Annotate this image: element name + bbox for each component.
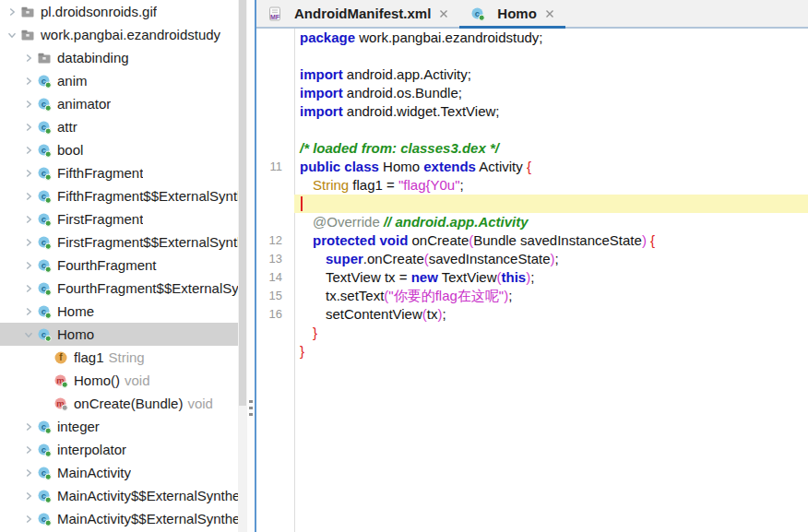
code-line[interactable]: 13super.onCreate(savedInstanceState); <box>256 250 808 268</box>
class-icon: c <box>37 258 52 273</box>
tree-item[interactable]: cFourthFragment$$ExternalSyn <box>0 277 238 300</box>
tree-item-label: integer <box>57 419 100 434</box>
tree-scrollbar[interactable] <box>238 0 247 532</box>
tree-item[interactable]: cinterpolator <box>0 438 238 461</box>
code-text: } <box>294 324 808 342</box>
code-line[interactable]: 11public class Homo extends Activity { <box>256 158 808 176</box>
tree-item-label: MainActivity$$ExternalSynthet <box>57 488 238 503</box>
chevron-right-icon[interactable] <box>20 443 37 456</box>
chevron-right-icon[interactable] <box>20 420 37 433</box>
token-pl: ; <box>530 269 534 285</box>
code-text: String flag1 = "flag{Y0u"; <box>294 176 808 195</box>
tree-item[interactable]: databinding <box>0 46 238 69</box>
tree-item[interactable]: cHome <box>0 300 238 323</box>
chevron-right-icon[interactable] <box>20 513 37 526</box>
close-icon[interactable] <box>545 9 554 18</box>
code-line[interactable]: 12protected void onCreate(Bundle savedIn… <box>256 231 808 250</box>
chevron-right-icon[interactable] <box>20 236 37 249</box>
token-pl: tx <box>427 306 438 322</box>
token-pl: android.os.Bundle; <box>343 85 462 100</box>
tree-item-label: attr <box>57 119 77 135</box>
chevron-right-icon[interactable] <box>20 98 37 111</box>
code-line[interactable]: import android.app.Activity; <box>256 65 808 84</box>
chevron-right-icon[interactable] <box>20 190 37 203</box>
code-area: package work.pangbai.ezandroidstudy;impo… <box>256 29 808 361</box>
tree-item-label: FirstFragment$$ExternalSynth <box>57 234 238 250</box>
tree-item[interactable]: cMainActivity$$ExternalSynthet <box>0 507 238 530</box>
tree-item[interactable]: cFifthFragment$$ExternalSynth <box>0 184 238 207</box>
chevron-right-icon[interactable] <box>20 144 37 157</box>
chevron-right-icon[interactable] <box>20 259 37 272</box>
chevron-right-icon[interactable] <box>4 6 20 18</box>
code-line[interactable]: } <box>256 324 808 342</box>
code-line[interactable]: import android.os.Bundle; <box>256 84 808 102</box>
chevron-right-icon[interactable] <box>20 305 37 318</box>
line-number: 15 <box>256 287 294 305</box>
code-line[interactable]: package work.pangbai.ezandroidstudy; <box>256 29 808 47</box>
chevron-right-icon[interactable] <box>20 121 37 134</box>
tree-item[interactable]: pl.droidsonroids.gif <box>0 0 238 23</box>
chevron-right-icon[interactable] <box>20 167 37 180</box>
chevron-right-icon[interactable] <box>20 467 37 479</box>
chevron-right-icon[interactable] <box>20 282 37 295</box>
tree-item[interactable]: cinteger <box>0 415 238 438</box>
chevron-down-icon[interactable] <box>20 328 37 341</box>
chevron-right-icon[interactable] <box>20 75 37 88</box>
tab-homo[interactable]: c Homo <box>459 0 565 27</box>
code-line[interactable]: 14TextView tx = new TextView(this); <box>256 268 808 287</box>
code-line[interactable] <box>256 47 808 65</box>
tree-item-label: MainActivity <box>57 465 131 480</box>
chevron-right-icon[interactable] <box>20 490 37 502</box>
tree-item[interactable]: canim <box>0 69 238 92</box>
chevron-down-icon[interactable] <box>4 29 20 41</box>
current-code-line[interactable] <box>256 195 808 213</box>
tree-item-label: FourthFragment <box>57 257 157 273</box>
tree-scrollbar-thumb[interactable] <box>239 0 246 406</box>
close-icon[interactable] <box>439 9 448 18</box>
line-number <box>256 324 294 342</box>
token-pl: onCreate <box>408 232 469 248</box>
class-icon: c <box>470 6 485 21</box>
class-icon: c <box>37 97 52 112</box>
tree-item[interactable]: fflag1String <box>0 346 238 369</box>
chevron-right-icon[interactable] <box>20 213 37 226</box>
tab-androidmanifest[interactable]: MF AndroidManifest.xml <box>256 0 459 27</box>
token-cls: String <box>313 177 349 193</box>
text-caret <box>301 196 303 211</box>
code-line[interactable]: 15tx.setText("你要的flag在这呢"); <box>256 287 808 305</box>
package-icon <box>20 5 35 19</box>
tree-item[interactable]: mHomo()void <box>0 369 238 392</box>
class-icon: c <box>37 235 52 250</box>
code-line[interactable]: /* loaded from: classes3.dex */ <box>256 139 808 158</box>
tree-item[interactable]: cbool <box>0 138 238 161</box>
tree-item-label: databinding <box>57 50 129 65</box>
class-icon: c <box>37 466 52 480</box>
tree-item[interactable]: cMainActivity <box>0 461 238 484</box>
code-line[interactable]: } <box>256 342 808 361</box>
tree-item[interactable]: monCreate(Bundle)void <box>0 392 238 415</box>
tree-item[interactable]: cMainActivity$$ExternalSynthet <box>0 484 238 507</box>
tree-item[interactable]: cFifthFragment <box>0 161 238 184</box>
code-line[interactable]: 16setContentView(tx); <box>256 305 808 324</box>
tree-item[interactable]: work.pangbai.ezandroidstudy <box>0 23 238 46</box>
panel-splitter[interactable] <box>247 0 255 532</box>
package-icon <box>37 51 52 65</box>
code-line[interactable] <box>256 121 808 139</box>
chevron-right-icon[interactable] <box>20 52 37 65</box>
code-text: } <box>294 342 808 361</box>
method-green-icon: m <box>53 373 68 388</box>
code-line[interactable]: String flag1 = "flag{Y0u"; <box>256 176 808 195</box>
code-line[interactable]: import android.widget.TextView; <box>256 102 808 121</box>
class-icon: c <box>37 489 52 503</box>
tree-item[interactable]: cFirstFragment <box>0 207 238 231</box>
tree-item[interactable]: cHomo <box>0 323 238 346</box>
class-icon: c <box>37 74 52 89</box>
code-editor[interactable]: package work.pangbai.ezandroidstudy;impo… <box>256 29 808 532</box>
tree-item[interactable]: cFirstFragment$$ExternalSynth <box>0 231 238 254</box>
tree-item-label: onCreate(Bundle) <box>74 396 183 411</box>
tree-item[interactable]: canimator <box>0 92 238 115</box>
tree-item[interactable]: cattr <box>0 115 238 138</box>
code-line[interactable]: @Override // android.app.Activity <box>256 213 808 231</box>
tree-item[interactable]: cFourthFragment <box>0 254 238 277</box>
code-text: tx.setText("你要的flag在这呢"); <box>294 287 808 305</box>
